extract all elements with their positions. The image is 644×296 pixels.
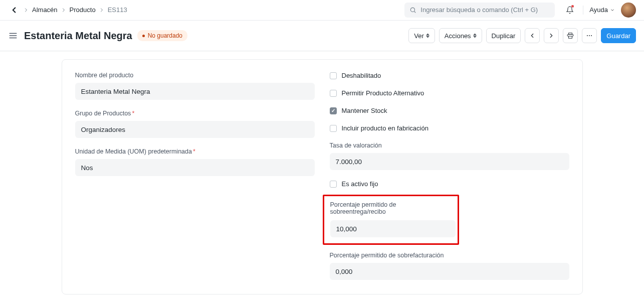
back-button[interactable] bbox=[8, 4, 20, 16]
checkbox-checked-icon bbox=[330, 107, 337, 114]
actions-button[interactable]: Acciones bbox=[439, 28, 482, 43]
breadcrumb-product[interactable]: Producto bbox=[70, 6, 96, 14]
svg-point-7 bbox=[587, 35, 588, 36]
divider bbox=[583, 6, 583, 15]
allow-alternative-checkbox[interactable]: Permitir Producto Alternativo bbox=[330, 89, 569, 97]
include-mfg-label: Incluir producto en fabricación bbox=[342, 124, 428, 132]
menu-icon[interactable] bbox=[8, 31, 18, 41]
over-delivery-input[interactable] bbox=[330, 220, 456, 237]
disabled-label: Deshabilitado bbox=[342, 72, 381, 79]
product-name-label: Nombre del producto bbox=[75, 72, 315, 79]
unsaved-badge: No guardado bbox=[137, 30, 187, 41]
svg-point-0 bbox=[411, 8, 415, 12]
help-menu[interactable]: Ayuda bbox=[589, 6, 615, 14]
next-button[interactable] bbox=[544, 28, 559, 43]
duplicate-button[interactable]: Duplicar bbox=[486, 28, 521, 43]
checkbox-icon bbox=[330, 90, 337, 97]
default-uom-label: Unidad de Medida (UOM) predeterminada* bbox=[75, 148, 315, 155]
maintain-stock-checkbox[interactable]: Mantener Stock bbox=[330, 107, 569, 114]
actions-label: Acciones bbox=[445, 32, 471, 40]
checkbox-icon bbox=[330, 125, 337, 132]
over-delivery-highlight: Porcentaje permitido de sobreentrega/rec… bbox=[323, 195, 459, 245]
view-label: Ver bbox=[414, 32, 424, 40]
checkbox-icon bbox=[330, 72, 337, 79]
search-placeholder: Ingresar búsqueda o comando (Ctrl + G) bbox=[420, 6, 538, 14]
chevron-right-icon bbox=[99, 7, 105, 13]
allow-alt-label: Permitir Producto Alternativo bbox=[342, 89, 424, 97]
fixed-asset-checkbox[interactable]: Es activo fijo bbox=[330, 180, 569, 188]
svg-point-9 bbox=[591, 35, 592, 36]
valuation-rate-label: Tasa de valoración bbox=[330, 142, 569, 149]
select-caret-icon bbox=[473, 33, 477, 38]
page-title: Estanteria Metal Negra bbox=[24, 30, 132, 42]
product-name-input[interactable] bbox=[75, 83, 315, 100]
notification-icon[interactable] bbox=[565, 5, 575, 15]
disabled-checkbox[interactable]: Deshabilitado bbox=[330, 72, 569, 79]
form-card: Nombre del producto Grupo de Productos* … bbox=[62, 59, 583, 294]
svg-point-8 bbox=[589, 35, 590, 36]
over-delivery-label: Porcentaje permitido de sobreentrega/rec… bbox=[330, 201, 452, 215]
avatar[interactable] bbox=[621, 3, 636, 18]
svg-rect-6 bbox=[569, 36, 572, 38]
duplicate-label: Duplicar bbox=[492, 32, 516, 40]
breadcrumb-current: ES113 bbox=[108, 6, 127, 14]
maintain-stock-label: Mantener Stock bbox=[342, 107, 387, 114]
print-button[interactable] bbox=[563, 28, 578, 43]
breadcrumb-warehouse[interactable]: Almacén bbox=[32, 6, 58, 14]
checkbox-icon bbox=[330, 181, 337, 188]
over-billing-label: Porcentaje permitido de sobrefacturación bbox=[330, 252, 569, 259]
help-label: Ayuda bbox=[589, 6, 608, 14]
over-billing-input[interactable] bbox=[330, 263, 569, 280]
chevron-right-icon bbox=[23, 7, 29, 13]
default-uom-input[interactable] bbox=[75, 159, 315, 176]
product-group-input[interactable] bbox=[75, 121, 315, 138]
prev-button[interactable] bbox=[525, 28, 540, 43]
save-label: Guardar bbox=[606, 32, 630, 40]
chevron-right-icon bbox=[61, 7, 67, 13]
search-input[interactable]: Ingresar búsqueda o comando (Ctrl + G) bbox=[404, 3, 555, 18]
svg-line-1 bbox=[414, 11, 416, 13]
include-mfg-checkbox[interactable]: Incluir producto en fabricación bbox=[330, 124, 569, 132]
product-group-label: Grupo de Productos* bbox=[75, 110, 315, 117]
view-button[interactable]: Ver bbox=[408, 28, 435, 43]
valuation-rate-input[interactable] bbox=[330, 153, 569, 170]
fixed-asset-label: Es activo fijo bbox=[342, 180, 378, 188]
save-button[interactable]: Guardar bbox=[601, 28, 636, 43]
select-caret-icon bbox=[426, 33, 430, 38]
more-button[interactable] bbox=[582, 28, 597, 43]
